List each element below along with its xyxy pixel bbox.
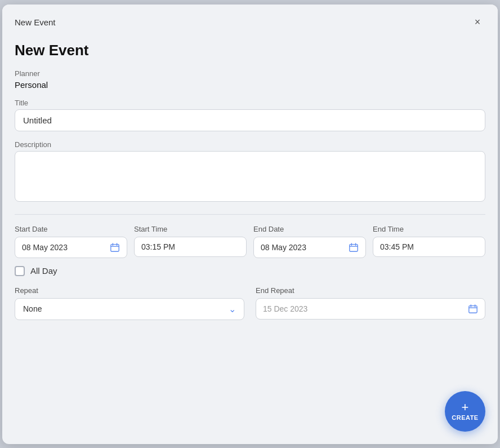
- start-date-input[interactable]: 08 May 2023: [15, 237, 127, 258]
- plus-icon: +: [462, 401, 469, 414]
- create-button[interactable]: + CREATE: [445, 391, 485, 432]
- end-date-value: 08 May 2023: [261, 243, 349, 252]
- start-time-input[interactable]: 03:15 PM: [134, 237, 247, 257]
- description-textarea[interactable]: [15, 151, 485, 202]
- end-time-group: End Time 03:45 PM: [373, 225, 485, 258]
- start-time-label: Start Time: [134, 225, 247, 233]
- new-event-dialog: New Event × New Event Planner Personal T…: [2, 5, 498, 444]
- description-label: Description: [15, 140, 485, 149]
- planner-value: Personal: [15, 80, 485, 90]
- main-heading: New Event: [15, 42, 485, 59]
- start-date-group: Start Date 08 May 2023: [15, 225, 127, 258]
- start-date-calendar-icon[interactable]: [110, 242, 120, 252]
- end-date-input[interactable]: 08 May 2023: [253, 237, 366, 258]
- end-date-label: End Date: [253, 225, 366, 233]
- all-day-label: All Day: [30, 266, 57, 276]
- start-time-value: 03:15 PM: [141, 242, 239, 251]
- end-repeat-placeholder: 15 Dec 2023: [263, 304, 468, 313]
- end-repeat-calendar-icon[interactable]: [468, 304, 478, 314]
- dialog-titlebar: New Event ×: [2, 5, 498, 36]
- start-time-group: Start Time 03:15 PM: [134, 225, 247, 258]
- dropdown-chevron-icon: ⌄: [229, 304, 236, 314]
- date-time-row: Start Date 08 May 2023 Start Time 03:15 …: [15, 225, 485, 258]
- all-day-checkbox[interactable]: [15, 266, 25, 276]
- repeat-group: Repeat None ⌄: [15, 286, 244, 320]
- start-date-value: 08 May 2023: [22, 243, 110, 252]
- end-date-calendar-icon[interactable]: [349, 242, 359, 252]
- svg-rect-8: [469, 305, 477, 313]
- end-date-group: End Date 08 May 2023: [253, 225, 366, 258]
- end-repeat-label: End Repeat: [256, 286, 485, 295]
- divider: [15, 214, 485, 215]
- dialog-body: New Event Planner Personal Title Descrip…: [2, 36, 498, 332]
- close-icon: ×: [475, 16, 481, 28]
- end-repeat-group: End Repeat 15 Dec 2023: [256, 286, 485, 320]
- close-button[interactable]: ×: [470, 15, 485, 30]
- create-label: CREATE: [452, 414, 478, 421]
- start-date-label: Start Date: [15, 225, 127, 233]
- title-input[interactable]: [15, 109, 485, 131]
- end-time-label: End Time: [373, 225, 485, 233]
- planner-label: Planner: [15, 69, 485, 78]
- svg-rect-0: [111, 244, 119, 251]
- svg-rect-4: [350, 244, 358, 251]
- end-time-input[interactable]: 03:45 PM: [373, 237, 485, 257]
- repeat-value: None: [23, 304, 42, 313]
- end-repeat-input[interactable]: 15 Dec 2023: [256, 298, 485, 320]
- repeat-row: Repeat None ⌄ End Repeat 15 Dec 2023: [15, 286, 485, 320]
- dialog-title: New Event: [15, 17, 56, 27]
- repeat-label: Repeat: [15, 286, 244, 295]
- all-day-row: All Day: [15, 266, 485, 276]
- repeat-select[interactable]: None ⌄: [15, 298, 244, 320]
- title-label: Title: [15, 99, 485, 107]
- end-time-value: 03:45 PM: [380, 242, 478, 251]
